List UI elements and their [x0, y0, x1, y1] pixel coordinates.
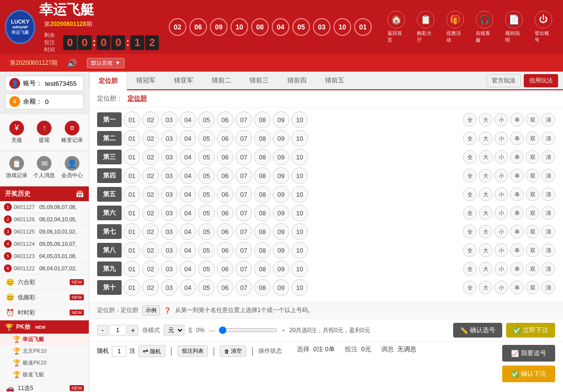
num-ball-1-8[interactable]: 09 — [273, 130, 289, 147]
row-action-9-0[interactable]: 全 — [463, 281, 477, 294]
num-ball-3-5[interactable]: 06 — [217, 167, 233, 184]
num-ball-2-3[interactable]: 04 — [179, 149, 196, 165]
num-ball-2-9[interactable]: 10 — [291, 149, 308, 165]
row-action-9-3[interactable]: 单 — [510, 281, 524, 294]
game-entry-六合彩[interactable]: 😊 六合彩 NEW — [0, 275, 89, 290]
row-action-5-3[interactable]: 单 — [510, 206, 524, 220]
tab-6[interactable]: 猜前五 — [316, 72, 354, 89]
row-action-1-1[interactable]: 大 — [479, 131, 492, 145]
row-action-2-2[interactable]: 小 — [494, 150, 508, 164]
num-ball-1-1[interactable]: 02 — [142, 130, 159, 147]
row-action-0-3[interactable]: 单 — [510, 113, 524, 127]
num-ball-2-1[interactable]: 02 — [142, 149, 159, 165]
row-action-5-4[interactable]: 双 — [526, 206, 539, 220]
num-ball-7-7[interactable]: 08 — [254, 242, 271, 259]
num-ball-1-3[interactable]: 04 — [179, 130, 196, 147]
num-ball-7-4[interactable]: 05 — [198, 242, 215, 259]
row-action-8-1[interactable]: 大 — [479, 262, 492, 276]
tab-2[interactable]: 猜亚军 — [165, 72, 203, 89]
pk-sub-1[interactable]: 🏆 北京PK10 — [0, 345, 89, 357]
num-ball-0-1[interactable]: 02 — [142, 111, 159, 128]
num-ball-5-7[interactable]: 08 — [254, 205, 271, 221]
row-action-5-0[interactable]: 全 — [463, 206, 477, 220]
row-action-7-4[interactable]: 双 — [526, 243, 539, 257]
num-ball-7-2[interactable]: 03 — [161, 242, 178, 259]
example-button[interactable]: 示例 — [142, 305, 160, 315]
row-action-7-5[interactable]: 清 — [541, 243, 555, 257]
num-ball-7-3[interactable]: 04 — [179, 242, 196, 259]
row-action-6-4[interactable]: 双 — [526, 225, 539, 238]
num-ball-8-6[interactable]: 07 — [235, 261, 252, 277]
random-count-input[interactable] — [112, 346, 127, 357]
num-ball-8-4[interactable]: 05 — [198, 261, 215, 277]
num-ball-8-8[interactable]: 09 — [273, 261, 289, 277]
tab-1[interactable]: 猜冠军 — [127, 72, 165, 89]
row-action-3-3[interactable]: 单 — [510, 169, 524, 183]
row-action-4-2[interactable]: 小 — [494, 187, 508, 201]
row-action-4-0[interactable]: 全 — [463, 187, 477, 201]
row-action-1-2[interactable]: 小 — [494, 131, 508, 145]
bet-amount-input[interactable] — [109, 325, 127, 336]
num-ball-9-2[interactable]: 03 — [161, 279, 178, 296]
quick-btn2-个人消息[interactable]: ✉个人消息 — [31, 153, 57, 182]
num-ball-8-7[interactable]: 08 — [254, 261, 271, 277]
num-ball-2-7[interactable]: 08 — [254, 149, 271, 165]
num-ball-9-0[interactable]: 01 — [124, 279, 140, 296]
row-action-0-2[interactable]: 小 — [494, 113, 508, 127]
num-ball-2-0[interactable]: 01 — [124, 149, 140, 165]
row-action-4-5[interactable]: 清 — [541, 187, 555, 201]
row-action-7-2[interactable]: 小 — [494, 243, 508, 257]
minus-button[interactable]: - — [97, 325, 108, 336]
num-ball-2-2[interactable]: 03 — [161, 149, 178, 165]
quick-btn-充值[interactable]: ¥充值 — [4, 118, 29, 147]
num-ball-0-6[interactable]: 07 — [235, 111, 252, 128]
num-ball-8-2[interactable]: 03 — [161, 261, 178, 277]
row-action-7-1[interactable]: 大 — [479, 243, 492, 257]
currency-select[interactable]: 元 角 分 — [164, 325, 184, 336]
num-ball-6-4[interactable]: 05 — [198, 223, 215, 240]
tab-0[interactable]: 定位胆 — [89, 72, 127, 90]
num-ball-4-0[interactable]: 01 — [124, 186, 140, 203]
num-ball-5-9[interactable]: 10 — [291, 205, 308, 221]
num-ball-3-9[interactable]: 10 — [291, 167, 308, 184]
quick-btn-账变记录[interactable]: ≡账变记录 — [59, 118, 85, 147]
row-action-8-2[interactable]: 小 — [494, 262, 508, 276]
num-ball-9-5[interactable]: 06 — [217, 279, 233, 296]
num-ball-2-8[interactable]: 09 — [273, 149, 289, 165]
num-ball-4-7[interactable]: 08 — [254, 186, 271, 203]
num-ball-7-5[interactable]: 06 — [217, 242, 233, 259]
row-action-5-5[interactable]: 清 — [541, 206, 555, 220]
dwd-link[interactable]: 定位胆 — [128, 94, 147, 103]
num-ball-4-2[interactable]: 03 — [161, 186, 178, 203]
other-game-11选5[interactable]: 🚗 11选5 NEW — [0, 381, 89, 392]
nav-item-1[interactable]: 📋购彩大厅 — [411, 9, 440, 46]
row-action-3-4[interactable]: 双 — [526, 169, 539, 183]
bet-list-button[interactable]: 投注列表 — [178, 345, 208, 357]
num-ball-0-7[interactable]: 08 — [254, 111, 271, 128]
num-ball-0-0[interactable]: 01 — [124, 111, 140, 128]
num-ball-5-1[interactable]: 02 — [142, 205, 159, 221]
num-ball-8-3[interactable]: 04 — [179, 261, 196, 277]
num-ball-3-0[interactable]: 01 — [124, 167, 140, 184]
num-ball-0-4[interactable]: 05 — [198, 111, 215, 128]
row-action-7-0[interactable]: 全 — [463, 243, 477, 257]
row-action-8-4[interactable]: 双 — [526, 262, 539, 276]
num-ball-7-6[interactable]: 07 — [235, 242, 252, 259]
num-ball-6-9[interactable]: 10 — [291, 223, 308, 240]
row-action-1-5[interactable]: 清 — [541, 131, 555, 145]
row-action-1-3[interactable]: 单 — [510, 131, 524, 145]
row-action-4-4[interactable]: 双 — [526, 187, 539, 201]
num-ball-8-0[interactable]: 01 — [124, 261, 140, 277]
row-action-5-1[interactable]: 大 — [479, 206, 492, 220]
num-ball-4-8[interactable]: 09 — [273, 186, 289, 203]
num-ball-9-7[interactable]: 08 — [254, 279, 271, 296]
official-rules-button[interactable]: 官方玩法 — [486, 74, 521, 87]
tab-5[interactable]: 猜前四 — [278, 72, 316, 89]
num-ball-4-9[interactable]: 10 — [291, 186, 308, 203]
nav-item-0[interactable]: 🏠返回首页 — [382, 9, 411, 46]
num-ball-1-9[interactable]: 10 — [291, 130, 308, 147]
pk-sub-0[interactable]: 🏆 幸运飞艇 — [0, 334, 89, 345]
row-action-9-4[interactable]: 双 — [526, 281, 539, 294]
bet-slider[interactable] — [219, 326, 278, 334]
pk-sub-3[interactable]: 🏆 极速飞艇 — [0, 369, 89, 381]
